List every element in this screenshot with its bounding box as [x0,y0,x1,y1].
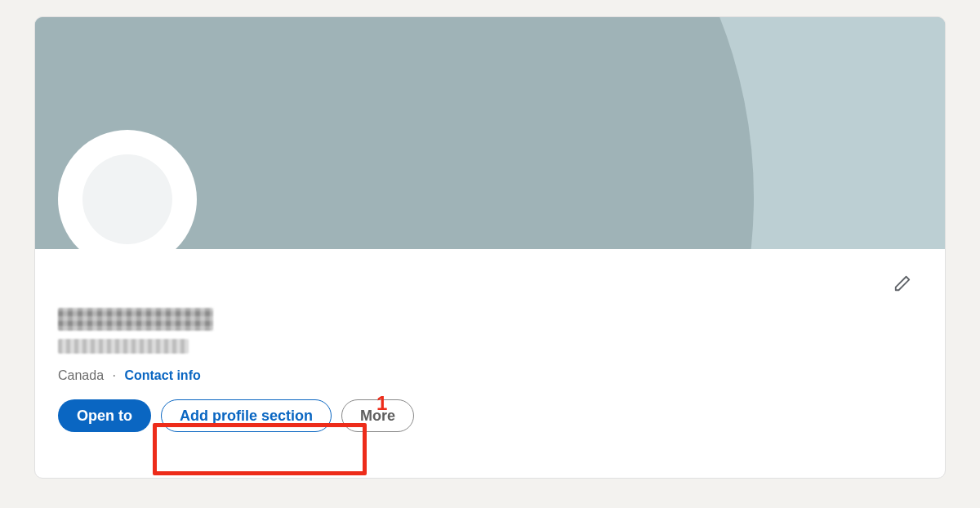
add-profile-section-button[interactable]: Add profile section [161,399,332,432]
profile-card: Canada · Contact info Open to Add profil… [34,16,946,479]
action-button-row: Open to Add profile section More [58,399,922,432]
edit-profile-button[interactable] [888,269,917,298]
more-button[interactable]: More [341,399,414,432]
profile-body: Canada · Contact info Open to Add profil… [35,249,945,478]
pencil-icon [893,274,911,292]
contact-info-link[interactable]: Contact info [124,368,200,382]
profile-headline-redacted [58,339,189,354]
profile-name-redacted [58,308,213,331]
avatar-placeholder-icon [82,154,172,244]
location-text: Canada [58,368,104,382]
location-row: Canada · Contact info [58,368,922,383]
open-to-button[interactable]: Open to [58,399,151,432]
avatar[interactable] [58,130,197,269]
separator-dot: · [113,368,116,382]
